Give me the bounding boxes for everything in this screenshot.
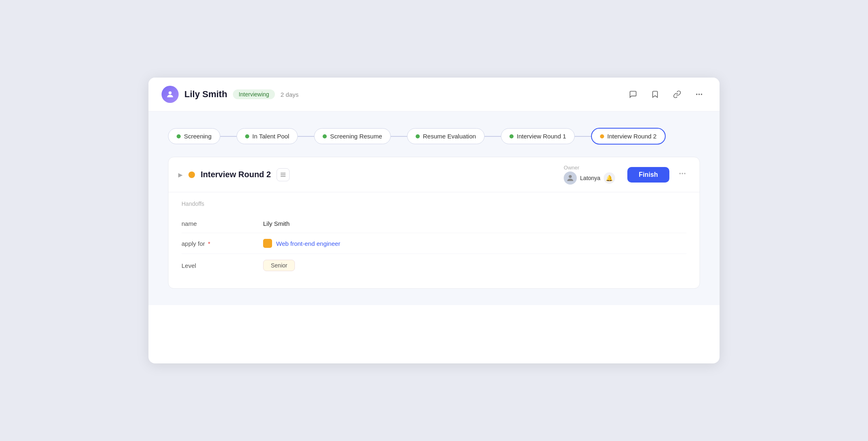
finish-button[interactable]: Finish xyxy=(627,167,669,183)
owner-section: Owner Latonya 🔔 xyxy=(564,165,615,185)
link-icon-button[interactable] xyxy=(670,87,684,102)
header-left: Lily Smith Interviewing 2 days xyxy=(162,86,626,103)
bookmark-icon-button[interactable] xyxy=(648,87,662,102)
step-pill-talent-pool[interactable]: In Talent Pool xyxy=(237,128,298,144)
apply-for-icon xyxy=(263,239,272,248)
svg-point-2 xyxy=(698,94,700,95)
interview-card: ▶ Interview Round 2 Owner xyxy=(168,157,700,289)
days-badge: 2 days xyxy=(281,91,299,98)
owner-label: Owner xyxy=(564,165,579,171)
owner-name: Latonya xyxy=(580,175,600,181)
step-item-screening: Screening xyxy=(168,128,220,144)
step-pill-interview-round-1[interactable]: Interview Round 1 xyxy=(501,128,575,144)
step-dot-interview-round-2 xyxy=(600,134,604,138)
field-label-name: name xyxy=(182,220,263,227)
avatar xyxy=(162,86,179,103)
svg-point-9 xyxy=(682,173,683,174)
step-connector-4 xyxy=(485,136,501,137)
status-badge: Interviewing xyxy=(233,89,275,99)
step-connector-2 xyxy=(298,136,314,137)
step-pill-interview-round-2[interactable]: Interview Round 2 xyxy=(591,128,666,145)
step-item-interview-round-2: Interview Round 2 xyxy=(591,128,666,145)
card-more-options-button[interactable] xyxy=(675,168,690,181)
step-item-resume-evaluation: Resume Evaluation xyxy=(407,128,485,144)
svg-point-7 xyxy=(569,175,571,178)
field-row-level: Level Senior xyxy=(182,254,686,277)
svg-point-10 xyxy=(684,173,685,174)
step-pill-screening[interactable]: Screening xyxy=(168,128,220,144)
step-connector-1 xyxy=(220,136,237,137)
list-view-button[interactable] xyxy=(277,168,290,181)
field-row-apply-for: apply for * Web front-end engineer xyxy=(182,233,686,254)
card-header: ▶ Interview Round 2 Owner xyxy=(168,157,700,192)
step-dot-resume-evaluation xyxy=(416,134,420,138)
step-label-talent-pool: In Talent Pool xyxy=(252,133,290,140)
required-marker: * xyxy=(208,240,210,247)
field-row-name: name Lily Smith xyxy=(182,214,686,233)
field-value-name: Lily Smith xyxy=(263,220,290,227)
step-dot-screening xyxy=(177,134,181,138)
step-label-interview-round-1: Interview Round 1 xyxy=(517,133,566,140)
level-badge: Senior xyxy=(263,260,295,271)
step-pill-resume-evaluation[interactable]: Resume Evaluation xyxy=(407,128,485,144)
handoffs-label: Handoffs xyxy=(182,200,686,207)
expand-arrow-icon[interactable]: ▶ xyxy=(178,172,183,178)
svg-point-1 xyxy=(696,94,698,95)
step-dot-talent-pool xyxy=(245,134,249,138)
step-item-screening-resume: Screening Resume xyxy=(314,128,391,144)
step-item-talent-pool: In Talent Pool xyxy=(237,128,298,144)
step-label-screening: Screening xyxy=(184,133,212,140)
field-label-apply-for: apply for * xyxy=(182,240,263,247)
step-dot-screening-resume xyxy=(323,134,327,138)
comment-icon-button[interactable] xyxy=(626,87,640,102)
card-area: ▶ Interview Round 2 Owner xyxy=(148,157,720,305)
owner-info: Latonya 🔔 xyxy=(564,172,615,185)
step-dot-interview-round-1 xyxy=(509,134,514,138)
svg-point-8 xyxy=(680,173,681,174)
apply-for-link[interactable]: Web front-end engineer xyxy=(276,240,340,247)
step-label-resume-evaluation: Resume Evaluation xyxy=(423,133,476,140)
owner-avatar xyxy=(564,172,577,185)
card-status-dot xyxy=(188,172,195,178)
pipeline-section: Screening In Talent Pool Screening Resum… xyxy=(148,111,720,157)
svg-point-0 xyxy=(168,91,171,94)
app-window: Lily Smith Interviewing 2 days xyxy=(148,78,720,363)
step-label-interview-round-2: Interview Round 2 xyxy=(607,133,657,140)
card-title: Interview Round 2 xyxy=(201,170,271,179)
step-connector-5 xyxy=(575,136,591,137)
step-item-interview-round-1: Interview Round 1 xyxy=(501,128,575,144)
step-pill-screening-resume[interactable]: Screening Resume xyxy=(314,128,391,144)
header-actions xyxy=(626,87,706,102)
pipeline-steps: Screening In Talent Pool Screening Resum… xyxy=(168,128,700,145)
candidate-name: Lily Smith xyxy=(184,89,227,100)
field-link-apply-for: Web front-end engineer xyxy=(263,239,340,248)
card-body: Handoffs name Lily Smith apply for * xyxy=(168,192,700,288)
more-options-button[interactable] xyxy=(692,87,706,102)
step-label-screening-resume: Screening Resume xyxy=(330,133,382,140)
bell-icon[interactable]: 🔔 xyxy=(604,172,615,184)
step-connector-3 xyxy=(391,136,407,137)
header: Lily Smith Interviewing 2 days xyxy=(148,78,720,111)
field-label-level: Level xyxy=(182,262,263,269)
svg-point-3 xyxy=(701,94,702,95)
